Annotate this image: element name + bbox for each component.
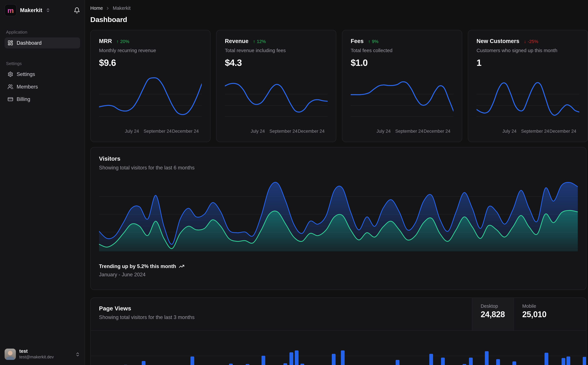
breadcrumb: Home Makerkit xyxy=(90,6,587,11)
sidebar-item-settings[interactable]: Settings xyxy=(5,69,80,80)
axis-tick: December 24 xyxy=(172,129,199,134)
page-views-bar xyxy=(396,360,400,365)
stat-value: $9.6 xyxy=(99,57,202,68)
users-icon xyxy=(8,84,13,90)
trend-value: 9% xyxy=(372,39,379,44)
page-views-bar xyxy=(284,363,287,365)
breadcrumb-home-link[interactable]: Home xyxy=(90,6,103,11)
stat-subtitle: Monthly recurring revenue xyxy=(99,48,202,53)
trend-badge: ↑20% xyxy=(117,39,129,44)
page-views-bar xyxy=(332,354,336,365)
page-views-bar xyxy=(246,364,249,365)
trend-value: -25% xyxy=(528,39,538,44)
page-views-subtitle: Showing total visitors for the last 3 mo… xyxy=(99,315,472,320)
page-views-card: Page Views Showing total visitors for th… xyxy=(90,297,587,365)
chevron-right-icon xyxy=(105,6,110,11)
layout-dashboard-icon xyxy=(8,40,13,46)
chevrons-up-down-icon xyxy=(75,352,80,357)
stat-card-fees: Fees ↑9% Total fees collected $1.0 July … xyxy=(342,30,462,142)
sidebar-item-label: Members xyxy=(17,84,38,90)
visitors-area-chart xyxy=(99,180,578,251)
trend-value: 12% xyxy=(257,39,266,44)
axis-tick: September 24 xyxy=(270,129,297,134)
user-avatar xyxy=(5,348,16,360)
sidebar-item-label: Settings xyxy=(17,71,35,77)
mobile-label: Mobile xyxy=(522,304,586,309)
page-views-bar xyxy=(429,354,433,365)
new-customers-sparkline-chart xyxy=(477,74,579,125)
axis-tick: July 24 xyxy=(376,129,390,134)
page-views-bar xyxy=(512,361,516,365)
page-views-bar xyxy=(567,356,570,365)
page-views-bar xyxy=(496,359,500,365)
mobile-toggle[interactable]: Mobile 25,010 xyxy=(514,298,586,330)
visitors-trend-text: Trending up by 5.2% this month xyxy=(99,263,176,269)
mrr-sparkline-chart xyxy=(99,74,202,125)
trend-badge: ↓-25% xyxy=(524,39,538,44)
sidebar-item-members[interactable]: Members xyxy=(5,81,80,92)
user-email: test@makerkit.dev xyxy=(19,355,54,360)
stats-row: MRR ↑20% Monthly recurring revenue $9.6 … xyxy=(90,30,587,142)
fees-sparkline-chart xyxy=(351,74,453,125)
page-views-bar xyxy=(545,353,548,365)
axis-tick: July 24 xyxy=(502,129,516,134)
page-views-bar xyxy=(469,358,473,365)
page-views-header: Page Views Showing total visitors for th… xyxy=(91,298,586,331)
trend-badge: ↑12% xyxy=(253,39,266,44)
page-title: Dashboard xyxy=(90,15,587,24)
page-views-bar xyxy=(262,356,265,365)
page-views-bar xyxy=(300,364,304,365)
stat-title: MRR xyxy=(99,38,112,44)
sparkline-axis: July 24 September 24 December 24 xyxy=(477,129,579,136)
page-views-bar xyxy=(341,351,345,365)
stat-value: $4.3 xyxy=(225,57,327,68)
visitors-subtitle: Showing total visitors for the last 6 mo… xyxy=(99,165,578,170)
axis-tick: September 24 xyxy=(395,129,423,134)
sidebar-item-billing[interactable]: Billing xyxy=(5,94,80,105)
page-views-bar xyxy=(463,364,466,365)
org-switcher[interactable]: m Makerkit xyxy=(0,0,85,20)
revenue-sparkline-chart xyxy=(225,74,327,125)
stat-title: New Customers xyxy=(477,38,519,44)
trend-arrow-icon: ↑ xyxy=(117,39,119,44)
axis-tick: September 24 xyxy=(144,129,172,134)
sidebar-item-label: Billing xyxy=(17,97,30,102)
page-views-bar xyxy=(295,351,298,365)
page-views-bar xyxy=(190,356,194,365)
visitors-footer: Trending up by 5.2% this month January -… xyxy=(99,263,578,277)
stat-subtitle: Customers who signed up this month xyxy=(477,48,579,53)
visitors-title: Visitors xyxy=(99,155,578,162)
user-menu[interactable]: test test@makerkit.dev xyxy=(0,344,85,365)
app-window: m Makerkit Application Dashboard Setting… xyxy=(0,0,588,365)
stat-title: Revenue xyxy=(225,38,249,44)
bell-icon[interactable] xyxy=(74,7,80,14)
trending-up-icon xyxy=(179,263,184,269)
axis-tick: July 24 xyxy=(251,129,265,134)
stat-subtitle: Total revenue including fees xyxy=(225,48,327,53)
sparkline-axis: July 24 September 24 December 24 xyxy=(225,129,327,136)
page-views-bar xyxy=(441,358,445,365)
stat-title: Fees xyxy=(351,38,364,44)
gridline xyxy=(91,356,587,356)
trend-badge: ↑9% xyxy=(368,39,378,44)
stat-subtitle: Total fees collected xyxy=(351,48,453,53)
stat-card-revenue: Revenue ↑12% Total revenue including fee… xyxy=(216,30,336,142)
page-views-bar xyxy=(229,364,233,365)
desktop-toggle[interactable]: Desktop 24,828 xyxy=(472,298,514,330)
chevrons-up-down-icon xyxy=(46,8,50,12)
nav-section-label: Application xyxy=(5,30,80,34)
page-views-bar-chart xyxy=(91,330,587,365)
sidebar-nav: Application Dashboard Settings Settings … xyxy=(0,20,85,344)
desktop-value: 24,828 xyxy=(481,310,514,319)
axis-tick: July 24 xyxy=(125,129,139,134)
stat-card-new-customers: New Customers ↓-25% Customers who signed… xyxy=(468,30,588,142)
page-views-bar xyxy=(583,357,587,365)
axis-tick: December 24 xyxy=(549,129,576,134)
sparkline-axis: July 24 September 24 December 24 xyxy=(351,129,453,136)
org-name: Makerkit xyxy=(20,7,42,13)
sidebar: m Makerkit Application Dashboard Setting… xyxy=(0,0,85,365)
page-views-bar xyxy=(142,361,145,365)
sidebar-item-dashboard[interactable]: Dashboard xyxy=(5,37,80,48)
visitors-card: Visitors Showing total visitors for the … xyxy=(90,147,587,290)
sparkline-axis: July 24 September 24 December 24 xyxy=(99,129,202,136)
